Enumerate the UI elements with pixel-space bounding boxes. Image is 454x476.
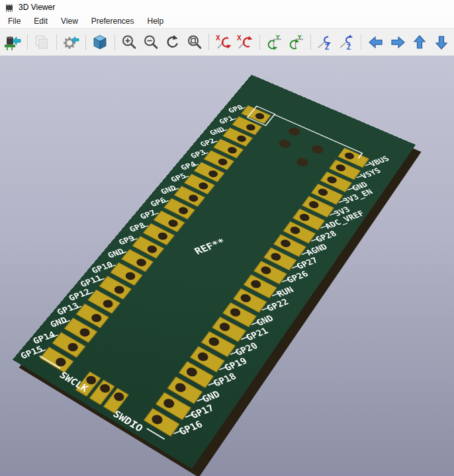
rotate-z-counterclockwise-icon: Z — [338, 34, 355, 51]
pin-label-right: VSYS — [358, 166, 383, 180]
pin-label-right: GP16 — [177, 418, 204, 437]
reload-board-icon — [4, 34, 21, 51]
pin-label-right: VBUS — [367, 154, 390, 167]
rotate-x-counterclockwise-icon: X — [236, 34, 253, 51]
pan-left-button[interactable] — [365, 31, 386, 53]
menubar: File Edit View Preferences Help — [0, 15, 454, 28]
rotate-x-ccw-button[interactable]: X — [235, 31, 255, 53]
pin-label-right: GP28 — [313, 229, 338, 243]
pin-label-right: GND — [200, 388, 222, 404]
toolbar-separator — [208, 34, 209, 50]
rotate-x-clockwise-icon: X — [215, 34, 232, 51]
svg-text:X: X — [216, 34, 220, 41]
pin-label-left: GP0 — [226, 103, 245, 114]
cube-icon — [91, 34, 109, 51]
pin-label-left: GP7 — [138, 208, 158, 221]
pin-label-left: GND — [106, 247, 126, 260]
pcb-top-face: GP0VBUSGP1VSYSGNDGNDGP23V3_ENGP33V3GP4AD… — [13, 75, 416, 469]
render-options-button[interactable] — [61, 31, 81, 53]
zoom-out-button[interactable] — [140, 31, 161, 53]
pin-label-right: GP17 — [188, 402, 216, 420]
drill-hole — [277, 138, 293, 149]
pin-label-right: GP22 — [264, 297, 290, 313]
projection-button[interactable] — [90, 31, 111, 53]
zoom-in-icon — [120, 34, 138, 51]
pin-label-left: GP3 — [189, 148, 207, 159]
rotate-y-counterclockwise-icon: Y — [287, 34, 304, 51]
rotate-z-ccw-button[interactable]: Z — [337, 31, 357, 53]
rotate-z-clockwise-icon: Z — [316, 34, 334, 51]
pan-left-arrow-icon — [367, 34, 385, 51]
pin-label-right: AGND — [304, 242, 329, 257]
drill-hole — [287, 126, 302, 138]
render-options-gear-icon — [62, 34, 79, 51]
rotate-y-clockwise-icon: Y — [265, 34, 283, 51]
pin-label-left: GP1 — [217, 114, 236, 126]
pcb-board: GP0VBUSGP1VSYSGNDGNDGP23V3_ENGP33V3GP4AD… — [13, 75, 416, 469]
rotate-x-cw-button[interactable]: X — [213, 31, 234, 53]
toolbar-separator — [259, 34, 260, 50]
pin-label-right: GP20 — [233, 340, 259, 358]
zoom-fit-button[interactable] — [184, 31, 204, 53]
pin-label-left: GND — [159, 184, 178, 196]
pin-label-right: GP26 — [285, 269, 310, 285]
redraw-icon — [164, 34, 181, 51]
menu-preferences[interactable]: Preferences — [85, 15, 141, 28]
ref-designator-label: REF** — [193, 237, 228, 257]
pin-label-right: GP19 — [222, 355, 249, 372]
pan-up-button[interactable] — [409, 31, 430, 53]
menu-view[interactable]: View — [54, 15, 85, 28]
pin-label-left: GND — [208, 126, 226, 137]
zoom-in-button[interactable] — [119, 31, 140, 53]
pan-right-button[interactable] — [387, 31, 408, 53]
toolbar-separator — [361, 34, 361, 50]
pin-label-left: GP6 — [148, 196, 167, 208]
3d-viewport[interactable]: GP0VBUSGP1VSYSGNDGNDGP23V3_ENGP33V3GP4AD… — [0, 56, 454, 476]
pin-label-right: GP27 — [294, 255, 320, 270]
toolbar-separator — [27, 34, 28, 50]
pin-label-right: GP18 — [211, 371, 238, 389]
pin-label-left: GP2 — [199, 137, 217, 148]
toolbar: X X Y Y — [0, 28, 454, 56]
menu-help[interactable]: Help — [141, 15, 171, 28]
pan-up-arrow-icon — [411, 34, 428, 51]
pin-label-left: GP9 — [116, 233, 136, 246]
pan-right-arrow-icon — [389, 34, 406, 51]
svg-text:Z: Z — [347, 44, 351, 51]
copy-image-button[interactable] — [32, 31, 52, 53]
pin-label-right: GND — [254, 313, 275, 327]
menu-edit[interactable]: Edit — [27, 15, 54, 28]
rotate-z-cw-button[interactable]: Z — [315, 31, 336, 53]
pin-label-left: GP8 — [128, 221, 147, 233]
chip-icon — [4, 2, 15, 13]
zoom-out-icon — [142, 34, 159, 51]
reload-board-button[interactable] — [3, 31, 23, 53]
pan-down-arrow-icon — [433, 34, 450, 51]
pan-down-button[interactable] — [431, 31, 451, 53]
drill-hole — [295, 157, 310, 169]
redraw-button[interactable] — [162, 31, 183, 53]
toolbar-separator — [85, 34, 86, 50]
rotate-y-ccw-button[interactable]: Y — [286, 31, 306, 53]
titlebar: 3D Viewer — [0, 0, 454, 15]
pin-label-right: RUN — [275, 284, 296, 298]
menu-file[interactable]: File — [1, 15, 27, 28]
window-title: 3D Viewer — [19, 3, 55, 12]
zoom-to-fit-icon — [186, 34, 203, 51]
svg-text:Y: Y — [298, 34, 302, 40]
toolbar-separator — [114, 34, 115, 50]
pin-label-left: GP4 — [179, 160, 197, 172]
copy-icon — [33, 34, 50, 51]
pin-label-left: GP5 — [169, 171, 188, 183]
toolbar-separator — [56, 34, 57, 50]
rotate-y-cw-button[interactable]: Y — [264, 31, 285, 53]
pin-label-right: GP21 — [244, 325, 270, 342]
drill-hole — [310, 143, 325, 155]
svg-text:X: X — [237, 34, 242, 41]
svg-text:Y: Y — [276, 34, 281, 40]
toolbar-separator — [310, 34, 311, 50]
